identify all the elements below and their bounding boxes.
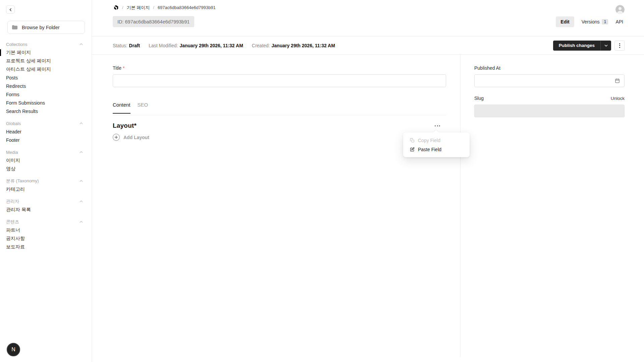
sidebar-item-admin-list[interactable]: 관리자 목록 — [0, 205, 92, 214]
breadcrumb: / 기본 페이지 / 697ac6dba83664e6d7993b91 — [92, 0, 644, 10]
sidebar: Browse by Folder Collections 기본 페이지 프로젝트… — [0, 0, 92, 362]
tab-content[interactable]: Content — [113, 102, 130, 115]
published-at-field — [474, 74, 625, 87]
tab-edit-label: Edit — [560, 19, 569, 24]
nav-section-toggle-collections[interactable]: Collections — [0, 40, 92, 48]
layout-field-menu-button[interactable] — [433, 123, 442, 128]
status-value: Draft — [129, 43, 140, 48]
sidebar-item-label: Redirects — [6, 83, 26, 89]
tab-edit[interactable]: Edit — [556, 16, 574, 27]
status-group: Status:Draft — [113, 43, 140, 48]
tab-versions-label: Versions — [582, 19, 600, 24]
tab-versions[interactable]: Versions 1 — [582, 19, 608, 24]
calendar-icon[interactable] — [615, 78, 620, 83]
breadcrumb-separator: / — [153, 5, 154, 10]
tab-seo[interactable]: SEO — [138, 102, 148, 115]
ellipsis-icon — [435, 125, 436, 126]
nav-section-toggle-globals[interactable]: Globals — [0, 119, 92, 127]
collapse-nav-button[interactable] — [6, 5, 15, 14]
created-value: January 29th 2026, 11:32 AM — [272, 43, 335, 48]
payload-logo-icon[interactable] — [113, 5, 119, 10]
nav-section-taxonomy: 분류 (Taxonomy) 카테고리 — [0, 177, 92, 193]
status-bar: Status:Draft Last Modified:January 29th … — [92, 36, 644, 55]
nav-section-label: Globals — [6, 121, 21, 126]
nav-section-toggle-admin[interactable]: 관리자 — [0, 197, 92, 205]
sidebar-item-project-detail-pages[interactable]: 프로젝트 상세 페이지 — [0, 57, 92, 65]
created-group: Created:January 29th 2026, 11:32 AM — [252, 43, 335, 48]
sidebar-item-label: 아티스트 상세 페이지 — [6, 66, 51, 72]
id-and-tabs-row: ID: 697ac6dba83664e6d7993b91 Edit Versio… — [92, 16, 644, 27]
nav-section-toggle-media[interactable]: Media — [0, 148, 92, 156]
sidebar-item-label: Posts — [6, 75, 18, 80]
required-asterisk: * — [123, 65, 124, 71]
sidebar-item-images[interactable]: 이미지 — [0, 156, 92, 165]
sidebar-item-label: 카테고리 — [6, 186, 25, 192]
sidebar-item-label: Forms — [6, 92, 19, 97]
sidebar-item-form-submissions[interactable]: Form Submissions — [0, 99, 92, 107]
nav: Collections 기본 페이지 프로젝트 상세 페이지 아티스트 상세 페… — [0, 40, 92, 251]
nav-section-globals: Globals Header Footer — [0, 119, 92, 144]
breadcrumb-separator: / — [122, 5, 123, 10]
slug-unlock-button[interactable]: Unlock — [611, 96, 625, 101]
tab-api-label: API — [615, 19, 623, 24]
nav-section-label: Media — [6, 150, 18, 155]
chevron-left-icon — [9, 8, 12, 11]
sidebar-item-header[interactable]: Header — [0, 127, 92, 136]
kebab-icon — [619, 43, 620, 44]
status-label: Status: — [113, 43, 127, 48]
browse-by-folder-label: Browse by Folder — [22, 25, 60, 30]
add-layout-button[interactable]: Add Layout — [113, 134, 149, 141]
sidebar-item-redirects[interactable]: Redirects — [0, 82, 92, 90]
nav-section-admin: 관리자 관리자 목록 — [0, 197, 92, 214]
document-view-tabs: Edit Versions 1 API — [556, 16, 623, 27]
sidebar-item-label: 보도자료 — [6, 244, 25, 250]
user-avatar[interactable]: N — [7, 343, 20, 356]
chevron-up-icon — [79, 122, 83, 124]
sidebar-item-videos[interactable]: 영상 — [0, 165, 92, 173]
sidebar-item-label: 관리자 목록 — [6, 207, 31, 213]
nav-section-toggle-content[interactable]: 콘텐츠 — [0, 218, 92, 226]
publish-changes-button[interactable]: Publish changes — [553, 41, 611, 51]
nav-section-toggle-taxonomy[interactable]: 분류 (Taxonomy) — [0, 177, 92, 185]
sidebar-item-basic-pages[interactable]: 기본 페이지 — [0, 48, 92, 57]
plus-circle-icon — [113, 134, 120, 141]
nav-section-label: 분류 (Taxonomy) — [6, 178, 39, 184]
sidebar-item-label: 이미지 — [6, 158, 20, 164]
chevron-up-icon — [79, 200, 83, 202]
nav-section-media: Media 이미지 영상 — [0, 148, 92, 173]
title-field-label: Title* — [113, 65, 446, 71]
sidebar-item-notices[interactable]: 공지사항 — [0, 234, 92, 243]
title-input[interactable] — [113, 74, 446, 87]
document-body: Title* Content SEO Layout* Add Layou — [92, 55, 644, 357]
sidebar-item-forms[interactable]: Forms — [0, 90, 92, 99]
account-avatar[interactable] — [615, 5, 625, 14]
avatar-initial: N — [11, 347, 15, 353]
nav-section-label: 콘텐츠 — [6, 219, 19, 225]
sidebar-item-label: 공지사항 — [6, 236, 25, 242]
sidebar-item-footer[interactable]: Footer — [0, 136, 92, 144]
versions-count-badge: 1 — [602, 19, 608, 24]
tab-api[interactable]: API — [615, 19, 623, 24]
nav-section-label: Collections — [6, 42, 28, 47]
sidebar-item-artist-detail-pages[interactable]: 아티스트 상세 페이지 — [0, 65, 92, 73]
sidebar-item-partners[interactable]: 파트너 — [0, 226, 92, 234]
sidebar-item-label: Header — [6, 129, 21, 134]
chevron-up-icon — [79, 43, 83, 45]
nav-section-content: 콘텐츠 파트너 공지사항 보도자료 — [0, 218, 92, 251]
publish-options-toggle[interactable] — [600, 41, 611, 51]
breadcrumb-collection-link[interactable]: 기본 페이지 — [127, 5, 150, 11]
browse-by-folder-button[interactable]: Browse by Folder — [7, 21, 85, 34]
document-more-options-button[interactable] — [614, 41, 625, 51]
published-at-input[interactable] — [474, 74, 625, 87]
last-modified-group: Last Modified:January 29th 2026, 11:32 A… — [149, 43, 243, 48]
sidebar-item-posts[interactable]: Posts — [0, 73, 92, 82]
last-modified-value: January 29th 2026, 11:32 AM — [179, 43, 243, 48]
sidebar-item-categories[interactable]: 카테고리 — [0, 185, 92, 193]
sidebar-item-label: Form Submissions — [6, 100, 45, 106]
sidebar-item-press-releases[interactable]: 보도자료 — [0, 243, 92, 251]
paste-field-label: Paste Field — [418, 147, 441, 152]
paste-icon — [410, 147, 415, 152]
sidebar-item-search-results[interactable]: Search Results — [0, 107, 92, 115]
chevron-up-icon — [79, 151, 83, 153]
paste-field-menu-item[interactable]: Paste Field — [403, 145, 470, 154]
